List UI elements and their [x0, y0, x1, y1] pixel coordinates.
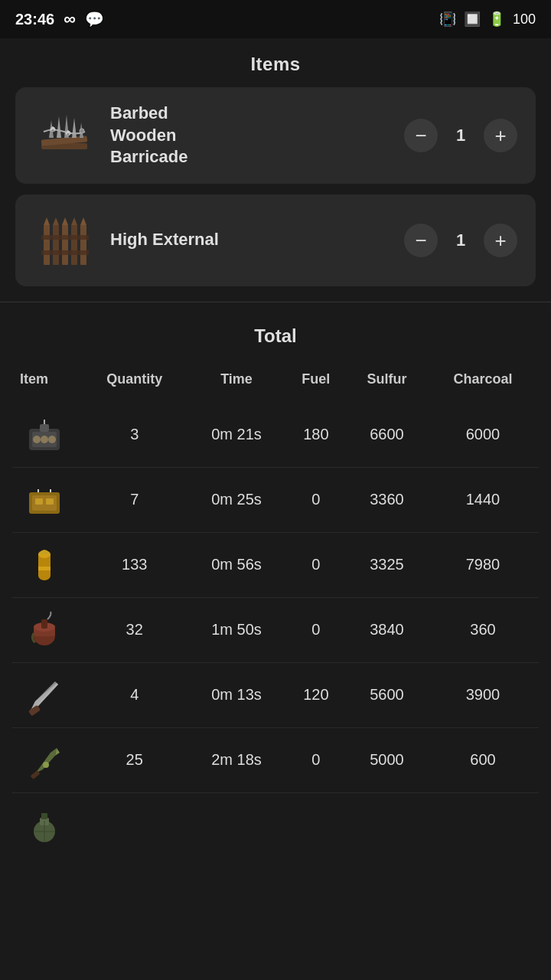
row-fuel: 0: [285, 467, 347, 532]
battery-icon: 🔋: [488, 11, 505, 28]
high-external-quantity-controls: − 1 +: [404, 224, 517, 257]
row-time: 2m 18s: [187, 727, 285, 792]
svg-marker-20: [53, 217, 59, 225]
row-quantity: 7: [81, 467, 187, 532]
high-external-increase-button[interactable]: +: [484, 224, 517, 257]
svg-marker-3: [57, 116, 61, 138]
barricade-icon: [34, 105, 95, 166]
row-quantity: 25: [81, 727, 187, 792]
row-charcoal: 1440: [427, 467, 539, 532]
row-item-icon: [12, 662, 81, 727]
row-quantity: 32: [81, 597, 187, 662]
svg-rect-24: [41, 235, 89, 240]
row-quantity: 4: [81, 662, 187, 727]
table-row: 3 0m 21s 180 6600 6000: [12, 403, 539, 468]
row-sulfur: 6600: [347, 403, 427, 468]
table-row: 32 1m 50s 0 3840 360: [12, 597, 539, 662]
fence-icon: [34, 210, 95, 271]
table-row: [12, 792, 539, 858]
high-external-quantity: 1: [452, 230, 470, 250]
total-title: Total: [12, 318, 539, 365]
svg-rect-15: [53, 225, 59, 265]
barricade-quantity: 1: [452, 126, 470, 145]
row-charcoal: 600: [427, 727, 539, 792]
table-row: 25 2m 18s 0 5000 600: [12, 727, 539, 792]
message-icon: 💬: [85, 10, 104, 28]
row-time: 0m 56s: [187, 532, 285, 597]
svg-marker-19: [44, 217, 50, 225]
row-item-icon: [12, 792, 81, 858]
row-quantity: [81, 792, 187, 858]
row-item-icon: [12, 467, 81, 532]
svg-rect-42: [38, 567, 51, 570]
col-sulfur: Sulfur: [347, 365, 427, 403]
col-fuel: Fuel: [285, 365, 347, 403]
col-charcoal: Charcoal: [427, 365, 539, 403]
status-right: 📳 🔲 🔋 100: [439, 11, 536, 28]
total-section: Total Item Quantity Time Fuel Sulfur Cha…: [0, 318, 551, 858]
items-section: BarbedWoodenBarricade − 1 +: [0, 87, 551, 286]
barricade-decrease-button[interactable]: −: [404, 119, 438, 152]
svg-rect-16: [62, 225, 68, 265]
table-row: 7 0m 25s 0 3360 1440: [12, 467, 539, 532]
barricade-name: BarbedWoodenBarricade: [110, 103, 389, 168]
svg-marker-21: [62, 217, 68, 225]
row-sulfur: [347, 792, 427, 858]
svg-point-30: [41, 436, 48, 443]
row-charcoal: 3900: [427, 662, 539, 727]
row-item-icon: [12, 532, 81, 597]
row-fuel: [285, 792, 347, 858]
row-sulfur: 3325: [347, 532, 427, 597]
table-row: 133 0m 56s 0 3325 7980: [12, 532, 539, 597]
row-time: 0m 13s: [187, 662, 285, 727]
row-charcoal: 7980: [427, 532, 539, 597]
row-sulfur: 5000: [347, 727, 427, 792]
row-time: 0m 21s: [187, 403, 285, 468]
row-sulfur: 5600: [347, 662, 427, 727]
col-quantity: Quantity: [81, 365, 187, 403]
row-charcoal: 360: [427, 597, 539, 662]
row-quantity: 133: [81, 532, 187, 597]
item-card-barricade: BarbedWoodenBarricade − 1 +: [15, 87, 536, 184]
time-display: 23:46: [15, 11, 54, 28]
svg-point-31: [48, 436, 56, 443]
svg-rect-18: [80, 225, 86, 265]
barricade-increase-button[interactable]: +: [484, 119, 517, 152]
battery-level: 100: [513, 11, 536, 28]
svg-point-29: [33, 436, 41, 443]
row-charcoal: 6000: [427, 403, 539, 468]
col-item: Item: [12, 365, 81, 403]
row-fuel: 0: [285, 597, 347, 662]
svg-rect-46: [41, 619, 47, 629]
svg-rect-14: [44, 225, 50, 265]
svg-rect-53: [41, 813, 47, 819]
page-header: Items: [0, 38, 551, 87]
svg-rect-28: [40, 424, 49, 432]
svg-rect-17: [71, 225, 77, 265]
section-divider: [0, 302, 551, 302]
svg-point-49: [43, 762, 49, 768]
row-fuel: 180: [285, 403, 347, 468]
row-sulfur: 3840: [347, 597, 427, 662]
svg-rect-36: [46, 498, 54, 505]
svg-rect-35: [35, 498, 43, 505]
row-charcoal: [427, 792, 539, 858]
svg-line-48: [38, 684, 57, 704]
vibrate-icon: 📳: [439, 11, 456, 28]
status-left: 23:46 ∞ 💬: [15, 9, 104, 29]
row-time: [187, 792, 285, 858]
high-external-name: High External: [110, 229, 389, 251]
table-header-row: Item Quantity Time Fuel Sulfur Charcoal: [12, 365, 539, 403]
barricade-quantity-controls: − 1 +: [404, 119, 517, 152]
row-item-icon: [12, 597, 81, 662]
row-item-icon: [12, 403, 81, 468]
row-item-icon: [12, 727, 81, 792]
row-quantity: 3: [81, 403, 187, 468]
high-external-decrease-button[interactable]: −: [404, 224, 438, 257]
row-fuel: 0: [285, 532, 347, 597]
svg-rect-25: [41, 250, 89, 255]
page-title: Items: [0, 54, 551, 75]
col-time: Time: [187, 365, 285, 403]
infinity-icon: ∞: [64, 9, 76, 29]
table-row: 4 0m 13s 120 5600 3900: [12, 662, 539, 727]
